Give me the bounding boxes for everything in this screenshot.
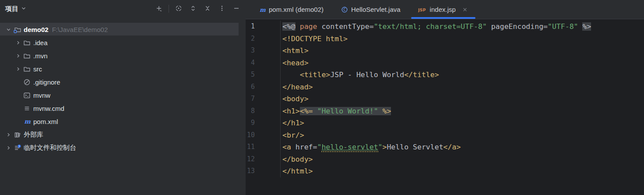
code-token: <title> [300, 71, 331, 79]
project-view-selector[interactable]: 项目 [5, 5, 27, 13]
close-icon[interactable] [461, 6, 468, 13]
maven-icon: m [259, 6, 266, 13]
code-text: <title>JSP - Hello World</title> [281, 69, 439, 81]
project-panel-title: 项目 [5, 5, 18, 13]
code-text: </head> [281, 81, 313, 93]
tree-item-label: demo02 [24, 26, 49, 33]
expand-all-button[interactable] [188, 4, 198, 14]
code-line-11[interactable]: 11<a href="hello-servlet">Hello Servlet<… [246, 141, 644, 153]
code-line-9[interactable]: 9</h1> [246, 117, 644, 129]
line-number: 7 [246, 93, 281, 105]
chevron-down-icon[interactable] [4, 26, 13, 33]
project-panel: 项目 demo02F:\JavaEE\demo02.idea.mvnsrc.gi… [0, 0, 246, 195]
code-line-7[interactable]: 7<body> [246, 93, 644, 105]
tree-item-src[interactable]: src [0, 62, 246, 75]
code-token: pageEncoding= [487, 22, 548, 31]
chevron-right-icon[interactable] [4, 145, 13, 151]
jsp-icon: JSP [418, 5, 427, 14]
code-token [282, 71, 300, 79]
code-token: <%@ [282, 22, 296, 31]
tab-label: HelloServlet.java [351, 6, 401, 13]
code-token [578, 22, 583, 31]
tree-item-label: mvnw [33, 92, 50, 99]
code-token [296, 22, 300, 31]
svg-text:JSP: JSP [418, 7, 426, 12]
chevron-right-icon[interactable] [13, 53, 23, 59]
chevron-down-icon [20, 5, 27, 13]
tree-item--[interactable]: 外部库 [0, 128, 246, 141]
library-icon [13, 131, 21, 138]
tree-item-mvnw.cmd[interactable]: mvnw.cmd [0, 102, 246, 115]
code-text: <br/> [281, 129, 304, 142]
code-token: "Hello World!" [317, 107, 378, 115]
code-line-10[interactable]: 10<br/> [246, 129, 644, 142]
code-line-5[interactable]: 5 <title>JSP - Hello World</title> [246, 69, 644, 81]
code-token [378, 107, 383, 115]
chevron-right-icon[interactable] [4, 131, 13, 138]
hello-servlet-link[interactable]: hello-servlet [321, 143, 378, 152]
tree-item-pom.xml[interactable]: mpom.xml [0, 115, 246, 128]
code-line-3[interactable]: 3<html> [246, 45, 644, 57]
code-text: </body> [281, 153, 313, 166]
code-token: %> [383, 107, 391, 115]
tab-pom.xml-demo02-[interactable]: mpom.xml (demo02) [250, 0, 332, 19]
code-line-4[interactable]: 4<head> [246, 57, 644, 69]
hide-button[interactable] [232, 4, 241, 14]
code-text: <head> [281, 57, 309, 69]
code-token: <%= [300, 107, 313, 115]
tree-item-mvnw[interactable]: mvnw [0, 89, 246, 102]
more-button[interactable] [217, 4, 227, 14]
tree-item-label: 外部库 [24, 131, 43, 139]
code-line-6[interactable]: 6</head> [246, 81, 644, 93]
code-line-8[interactable]: 8<h1><%= "Hello World!" %> [246, 105, 644, 117]
tree-item-label: .idea [33, 39, 48, 46]
toolbar-divider [169, 5, 169, 13]
minimize-icon [233, 5, 240, 13]
code-line-2[interactable]: 2<!DOCTYPE html> [246, 33, 644, 45]
expand-icon [190, 5, 197, 13]
tree-item--[interactable]: 临时文件和控制台 [0, 141, 246, 154]
code-token: <body> [282, 95, 309, 103]
tree-item-demo02[interactable]: demo02F:\JavaEE\demo02 [0, 23, 246, 36]
line-number: 1 [246, 21, 281, 33]
scratch-icon [13, 144, 21, 152]
code-editor[interactable]: 1<%@ page contentType="text/html; charse… [246, 19, 644, 195]
target-icon [175, 5, 182, 13]
code-text: <!DOCTYPE html> [281, 33, 348, 45]
chevron-right-icon[interactable] [13, 39, 23, 46]
code-token: Hello Servlet [387, 143, 443, 151]
svg-text:m: m [24, 118, 31, 125]
svg-text:m: m [260, 6, 266, 13]
code-line-12[interactable]: 12</body> [246, 153, 644, 166]
locate-button[interactable] [174, 4, 183, 14]
tree-item-.gitignore[interactable]: .gitignore [0, 75, 246, 89]
code-token: "UTF-8" [548, 22, 578, 31]
code-line-13[interactable]: 13</html> [246, 165, 644, 177]
folder-icon [23, 65, 31, 73]
code-line-1[interactable]: 1<%@ page contentType="text/html; charse… [246, 21, 644, 33]
tab-label: index.jsp [430, 6, 456, 13]
collapse-all-button[interactable] [203, 4, 212, 14]
code-text: <html> [281, 45, 309, 57]
tab-HelloServlet.java[interactable]: CHelloServlet.java [332, 0, 409, 19]
add-button[interactable] [154, 4, 164, 14]
kebab-icon [218, 5, 225, 13]
svg-text:C: C [343, 7, 345, 12]
tab-index.jsp[interactable]: JSPindex.jsp [409, 0, 477, 19]
code-token: <a [282, 143, 291, 151]
tree-item-label: .mvn [33, 52, 48, 60]
project-panel-header: 项目 [0, 0, 246, 18]
maven-icon: m [23, 117, 31, 125]
chevron-right-icon[interactable] [13, 66, 23, 72]
collapse-icon [204, 5, 211, 13]
line-number: 3 [246, 45, 281, 57]
tree-item-.mvn[interactable]: .mvn [0, 49, 246, 62]
code-token: JSP - Hello World [330, 71, 404, 79]
code-token: </h1> [282, 119, 304, 127]
code-token: </title> [404, 71, 439, 79]
line-number: 8 [246, 105, 281, 117]
project-toolbar [154, 4, 241, 14]
code-token: %> [582, 22, 591, 31]
line-number: 10 [246, 129, 281, 142]
tree-item-.idea[interactable]: .idea [0, 36, 246, 49]
